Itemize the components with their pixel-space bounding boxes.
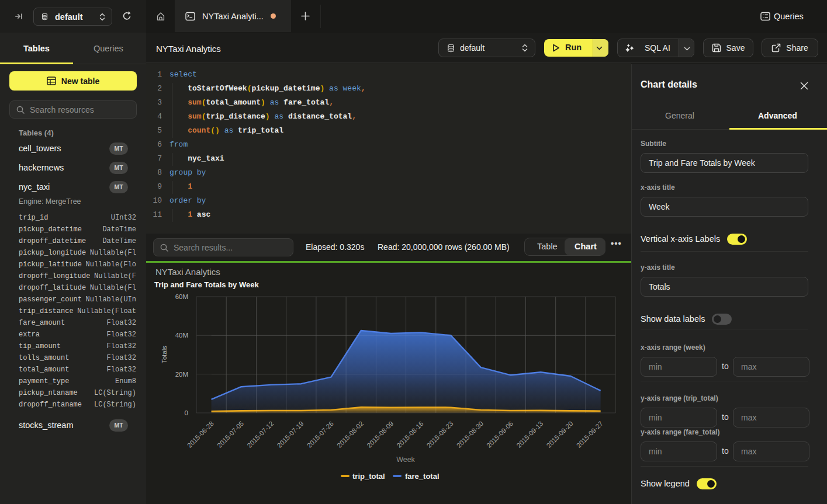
svg-text:0: 0 bbox=[185, 409, 188, 416]
svg-text:2015-08-02: 2015-08-02 bbox=[335, 420, 365, 449]
svg-text:2015-08-09: 2015-08-09 bbox=[365, 420, 395, 449]
svg-text:60M: 60M bbox=[175, 293, 188, 300]
svg-text:2015-06-28: 2015-06-28 bbox=[186, 420, 215, 449]
svg-text:2015-07-19: 2015-07-19 bbox=[276, 420, 305, 449]
svg-text:2015-07-12: 2015-07-12 bbox=[245, 420, 275, 449]
svg-text:2015-09-20: 2015-09-20 bbox=[545, 420, 575, 449]
svg-text:2015-08-16: 2015-08-16 bbox=[396, 420, 425, 449]
svg-text:2015-09-06: 2015-09-06 bbox=[485, 420, 514, 449]
svg-text:2015-07-26: 2015-07-26 bbox=[306, 420, 335, 449]
svg-text:2015-08-30: 2015-08-30 bbox=[455, 420, 485, 449]
svg-text:Totals: Totals bbox=[161, 346, 168, 363]
svg-text:Week: Week bbox=[396, 456, 415, 464]
svg-text:trip_total: trip_total bbox=[352, 472, 385, 481]
svg-text:2015-08-23: 2015-08-23 bbox=[425, 420, 455, 449]
svg-text:2015-07-05: 2015-07-05 bbox=[216, 420, 245, 449]
svg-text:2015-09-27: 2015-09-27 bbox=[575, 420, 604, 449]
svg-text:2015-09-13: 2015-09-13 bbox=[515, 420, 544, 449]
svg-text:40M: 40M bbox=[175, 332, 188, 339]
svg-text:20M: 20M bbox=[175, 371, 188, 378]
svg-text:fare_total: fare_total bbox=[405, 472, 440, 481]
